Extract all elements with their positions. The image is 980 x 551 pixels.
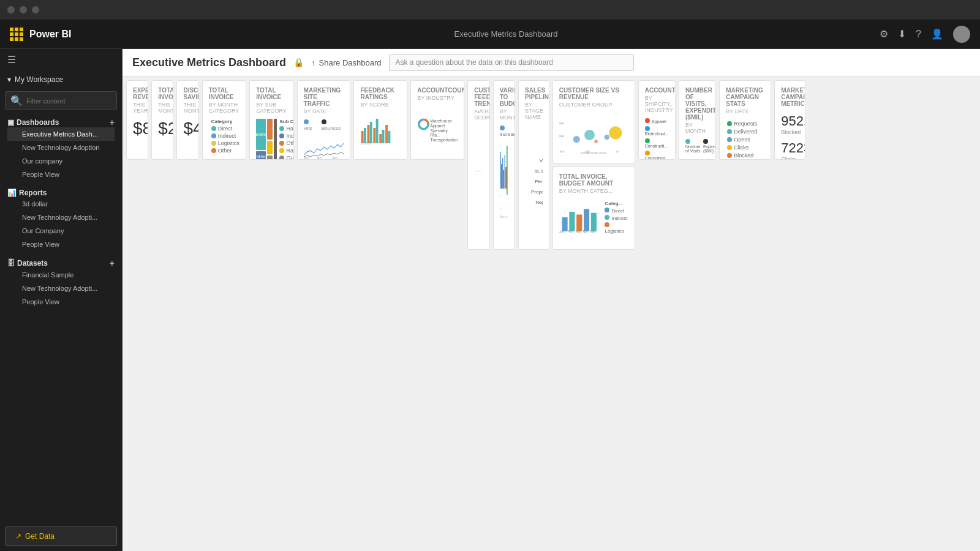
tile-account-count-map[interactable]: AccountCount BY SHIPCITY, INDUSTRY Appar… xyxy=(638,80,676,160)
marketing-traffic-subtitle: BY DATE xyxy=(304,108,344,114)
add-dashboard-button[interactable]: + xyxy=(110,118,115,127)
tile-marketing-campaign[interactable]: Marketing Campaign Stats BY DATE 40K 30K… xyxy=(719,80,771,160)
tile-feedback-ratings[interactable]: Feedback Ratings BY SCORE xyxy=(353,80,407,160)
clicks-label: Clicks xyxy=(781,156,805,160)
tile-visits-expenditures[interactable]: Number of Visits, Expenditures ($Mil) BY… xyxy=(679,80,716,160)
svg-text:$1K: $1K xyxy=(560,150,565,153)
svg-text:7.62: 7.62 xyxy=(477,171,478,171)
expected-revenue-title: Expected Revenue xyxy=(133,87,141,100)
svg-rect-79 xyxy=(584,209,589,231)
tile-customer-size[interactable]: Customer Size vs Revenue CUSTOMER GROUP xyxy=(552,80,635,163)
blocked-label: Blocked xyxy=(781,129,805,135)
svg-rect-19 xyxy=(380,134,382,143)
sidebar-item-new-tech-report[interactable]: New Technology Adopti... xyxy=(7,211,115,224)
tile-marketing-metrics[interactable]: Marketing Campaign Metrics 9521 Blocked … xyxy=(774,80,805,160)
svg-text:Jul 12: Jul 12 xyxy=(482,174,483,174)
sidebar-item-our-company[interactable]: Our company xyxy=(7,154,115,168)
pipeline-value-prop: Value Proposition $17,830,000.00 xyxy=(525,156,543,165)
qa-placeholder: Ask a question about the data on this da… xyxy=(396,58,554,67)
filter-input[interactable] xyxy=(26,97,111,105)
feedback-chart: 0 1 2 3 4 5 6 7 8 xyxy=(360,113,401,146)
svg-text:Jun 14: Jun 14 xyxy=(479,174,480,174)
sidebar-item-financial[interactable]: Financial Sample xyxy=(7,268,115,282)
tile-sales-pipeline[interactable]: Sales Pipeline BY STAGE NAME Prospecting… xyxy=(518,80,549,250)
row1: Expected Revenue THIS YEAR $85.22M Total… xyxy=(126,80,294,160)
sidebar-item-new-tech-dataset[interactable]: New Technology Adopti... xyxy=(7,282,115,295)
account-donut-chart xyxy=(417,106,430,143)
svg-text:June: June xyxy=(505,214,506,219)
tile-expected-revenue[interactable]: Expected Revenue THIS YEAR $85.22M xyxy=(126,80,148,160)
visits-subtitle: BY MONTH xyxy=(685,122,709,134)
dashboards-header[interactable]: ▣ Dashboards + xyxy=(7,118,115,127)
hamburger-icon[interactable]: ☰ xyxy=(0,49,122,70)
svg-text:average length of stay: average length of stay xyxy=(581,151,607,154)
close-button[interactable] xyxy=(32,6,39,13)
svg-point-67 xyxy=(604,135,609,140)
svg-rect-78 xyxy=(576,214,582,231)
svg-text:March: March xyxy=(502,214,503,219)
tile-account-count[interactable]: AccountCount BY INDUSTRY Warehouse xyxy=(410,80,464,160)
maximize-button[interactable] xyxy=(20,6,27,13)
get-data-button[interactable]: ↗ Get Data xyxy=(5,527,117,546)
svg-text:May: May xyxy=(590,230,596,233)
tile-total-invoice-budget[interactable]: Total Invoice, Budget Amount BY MONTH CA… xyxy=(552,167,635,250)
profile-icon[interactable]: 👤 xyxy=(931,28,943,40)
total-invoice-category-title: Total Invoice xyxy=(209,87,239,100)
share-button[interactable]: ↑ Share Dashboard xyxy=(311,58,381,67)
help-icon[interactable]: ? xyxy=(916,29,921,40)
window-chrome xyxy=(0,0,980,20)
pipeline-perception: Perception Analysis $20,519,170.00 xyxy=(525,177,543,186)
total-invoice-category-subtitle: BY MONTH CATEGORY xyxy=(209,102,239,114)
sidebar-item-3d-dollar[interactable]: 3d dollar xyxy=(7,197,115,211)
qa-input[interactable]: Ask a question about the data on this da… xyxy=(389,54,634,71)
reports-header[interactable]: 📊 Reports xyxy=(7,189,115,197)
sidebar-item-executive[interactable]: Executive Metrics Dash... xyxy=(7,127,115,141)
datasets-section: 🗄 Datasets + Financial Sample New Techno… xyxy=(0,253,122,311)
sidebar-search[interactable]: 🔍 xyxy=(5,91,117,110)
user-avatar[interactable] xyxy=(953,26,970,43)
logo-grid-icon[interactable] xyxy=(10,28,23,41)
feedback-subtitle: BY SCORE xyxy=(360,102,401,108)
datasets-icon: 🗄 xyxy=(7,259,15,268)
sidebar-item-new-tech[interactable]: New Technology Adoption xyxy=(7,141,115,154)
svg-text:7.47: 7.47 xyxy=(479,170,480,171)
tiles-container: Expected Revenue THIS YEAR $85.22M Total… xyxy=(123,77,980,551)
sidebar-item-people[interactable]: People View xyxy=(7,168,115,181)
sidebar-item-people-report[interactable]: People View xyxy=(7,238,115,251)
add-dataset-button[interactable]: + xyxy=(110,258,115,268)
svg-text:Total: Total xyxy=(507,214,507,219)
svg-rect-20 xyxy=(382,130,385,143)
tile-marketing-traffic[interactable]: Marketing Site Traffic BY DATE Hits Boun… xyxy=(297,80,351,160)
svg-text:$10K: $10K xyxy=(500,206,500,211)
settings-icon[interactable]: ⚙ xyxy=(880,28,888,40)
download-icon[interactable]: ⬇ xyxy=(898,28,906,40)
svg-text:Jan: Jan xyxy=(559,230,564,233)
tile-discount-savings[interactable]: Discount Savings THIS MONTH $4.07M xyxy=(176,80,198,160)
sidebar-item-our-company-report[interactable]: Our Company xyxy=(7,224,115,238)
svg-text:May 17: May 17 xyxy=(475,174,476,175)
tile-total-invoice-sub[interactable]: Total Invoice BY SUB CATEGORY Hardware I… xyxy=(249,80,293,160)
datasets-header[interactable]: 🗄 Datasets + xyxy=(7,258,115,268)
visits-chart: 0.8M 0.6M 0.4M 0.2M 0M $1K $0.5K $0K xyxy=(685,155,709,160)
svg-rect-49 xyxy=(504,155,505,189)
workspace-header[interactable]: ▾ My Workspace xyxy=(0,70,122,89)
svg-text:May 31: May 31 xyxy=(477,174,478,175)
svg-text:$1K: $1K xyxy=(559,135,564,138)
svg-text:10: 10 xyxy=(474,168,475,169)
sales-pipeline-title: Sales Pipeline xyxy=(525,87,543,100)
dashboard-icon: ▣ xyxy=(7,118,14,127)
clicks-value: 7223 xyxy=(781,140,805,156)
dashboards-label: Dashboards xyxy=(17,118,59,127)
svg-text:8: 8 xyxy=(474,171,475,172)
reports-icon: 📊 xyxy=(7,189,17,197)
tile-customer-feedback[interactable]: Customer Feedback Trend AVERAGE SCORE 10… xyxy=(467,80,489,250)
tile-total-invoice-month[interactable]: Total Invoice THIS MONTH $2.22M xyxy=(151,80,173,160)
tile-variance-budget[interactable]: Varience to Budget BY MONTH Increase Dec… xyxy=(493,80,515,250)
sidebar-item-people-dataset[interactable]: People View xyxy=(7,295,115,309)
svg-rect-17 xyxy=(374,128,376,143)
minimize-button[interactable] xyxy=(7,6,15,13)
marketing-campaign-subtitle: BY DATE xyxy=(726,108,764,114)
tile-total-invoice-category[interactable]: Total Invoice BY MONTH CATEGORY January xyxy=(202,80,246,160)
feedback-title: Feedback Ratings xyxy=(360,87,401,100)
svg-text:May: May xyxy=(504,214,505,219)
